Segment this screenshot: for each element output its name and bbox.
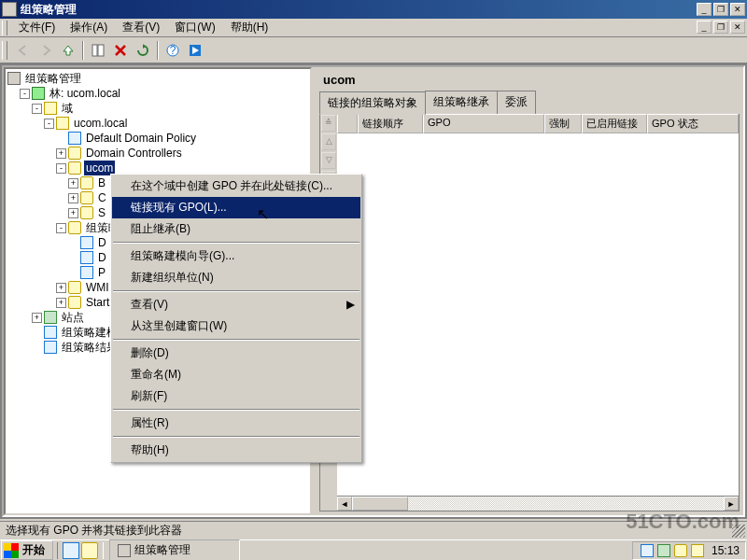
forward-button[interactable] xyxy=(35,40,56,61)
resize-grip[interactable] xyxy=(732,525,745,538)
ctx-rename[interactable]: 重命名(M) xyxy=(112,364,360,385)
move-top-button[interactable]: ≙ xyxy=(321,115,336,132)
forest-icon xyxy=(32,87,45,100)
expand-icon[interactable]: + xyxy=(32,313,42,323)
ctx-delete[interactable]: 删除(D) xyxy=(112,343,360,364)
scroll-left-button[interactable]: ◄ xyxy=(337,497,352,511)
help-button[interactable]: ? xyxy=(162,40,183,61)
tree-root[interactable]: 组策略管理 xyxy=(23,71,83,86)
delete-button[interactable] xyxy=(110,40,131,61)
expand-icon[interactable]: + xyxy=(56,298,66,308)
tab-inheritance[interactable]: 组策略继承 xyxy=(425,91,498,114)
detail-pane: ucom 链接的组策略对象 组策略继承 委派 ≙ △ ▽ ≚ 链接顺序 GPO xyxy=(316,67,743,515)
tree-s[interactable]: S xyxy=(96,205,107,220)
run-button[interactable] xyxy=(185,40,205,61)
mdi-restore-button[interactable]: ❐ xyxy=(713,21,728,34)
ctx-properties[interactable]: 属性(R) xyxy=(112,413,360,434)
menu-action[interactable]: 操作(A) xyxy=(63,18,115,37)
collapse-icon[interactable]: - xyxy=(44,119,54,129)
ctx-view-label: 查看(V) xyxy=(131,298,168,311)
menu-view[interactable]: 查看(V) xyxy=(115,18,167,37)
ctx-refresh[interactable]: 刷新(F) xyxy=(112,385,360,407)
expand-icon[interactable]: + xyxy=(68,178,78,189)
up-button[interactable] xyxy=(58,40,78,61)
expand-icon[interactable]: + xyxy=(68,208,78,218)
mdi-close-button[interactable]: ✕ xyxy=(730,21,745,34)
expand-icon[interactable]: + xyxy=(68,193,78,203)
window-title: 组策略管理 xyxy=(21,2,695,18)
tree-c[interactable]: C xyxy=(96,190,108,205)
clock[interactable]: 15:13 xyxy=(712,544,740,557)
ql-ie-icon[interactable] xyxy=(63,542,79,559)
horizontal-scrollbar[interactable]: ◄ ► xyxy=(337,496,739,511)
col-enabled[interactable]: 已启用链接 xyxy=(582,114,647,133)
scroll-thumb[interactable] xyxy=(352,497,408,511)
move-up-button[interactable]: △ xyxy=(321,133,336,150)
tree-d2[interactable]: D xyxy=(96,250,108,265)
ql-desktop-icon[interactable] xyxy=(81,542,98,559)
menu-window[interactable]: 窗口(W) xyxy=(167,18,222,37)
tray-security-icon[interactable] xyxy=(641,544,654,557)
tree-p[interactable]: P xyxy=(96,265,107,280)
ctx-help[interactable]: 帮助(H) xyxy=(112,440,360,461)
tree-d1[interactable]: D xyxy=(96,235,108,250)
tab-strip: 链接的组策略对象 组策略继承 委派 xyxy=(319,91,740,115)
start-button[interactable]: 开始 xyxy=(1,540,53,560)
maximize-button[interactable]: ❐ xyxy=(713,3,728,16)
collapse-icon[interactable]: - xyxy=(56,223,66,233)
ctx-create-gpo[interactable]: 在这个域中创建 GPO 并在此处链接(C)... xyxy=(112,175,360,197)
close-button[interactable]: ✕ xyxy=(730,3,745,16)
collapse-icon[interactable]: - xyxy=(32,104,42,114)
column-headers: 链接顺序 GPO 强制 已启用链接 GPO 状态 xyxy=(337,114,739,133)
menu-file[interactable]: 文件(F) xyxy=(11,18,63,37)
domain-icon xyxy=(56,117,69,130)
col-icon[interactable] xyxy=(337,114,358,133)
menu-help[interactable]: 帮助(H) xyxy=(223,18,276,37)
minimize-button[interactable]: _ xyxy=(697,3,712,16)
col-status[interactable]: GPO 状态 xyxy=(647,114,739,133)
ou-icon xyxy=(80,176,93,189)
tree-forest[interactable]: 林: ucom.local xyxy=(48,86,122,101)
back-button[interactable] xyxy=(13,40,34,61)
menubar-handle[interactable] xyxy=(2,21,7,35)
tab-linked-gpo[interactable]: 链接的组策略对象 xyxy=(319,91,426,115)
collapse-icon[interactable]: - xyxy=(20,89,30,99)
tray-volume-icon[interactable] xyxy=(674,544,687,557)
tree-dc[interactable]: Domain Controllers xyxy=(84,146,184,161)
refresh-button[interactable] xyxy=(133,40,153,61)
ctx-block-inheritance[interactable]: 阻止继承(B) xyxy=(112,218,360,240)
tree-domains[interactable]: 域 xyxy=(60,101,75,116)
ctx-new-ou[interactable]: 新建组织单位(N) xyxy=(112,267,360,288)
mdi-minimize-button[interactable]: _ xyxy=(697,21,712,34)
expand-icon[interactable]: + xyxy=(56,148,66,159)
tab-delegation[interactable]: 委派 xyxy=(497,91,536,114)
tree-wmi[interactable]: WMI xyxy=(84,280,111,295)
tree-b[interactable]: B xyxy=(96,175,107,190)
status-bar: 选择现有 GPO 并将其链接到此容器 xyxy=(0,521,747,539)
tree-domain[interactable]: ucom.local xyxy=(72,116,129,131)
tree-sites[interactable]: 站点 xyxy=(60,310,86,325)
tray-ime-icon[interactable] xyxy=(691,544,704,557)
scroll-right-button[interactable]: ► xyxy=(724,497,739,511)
show-hide-button[interactable] xyxy=(88,40,108,61)
tree-start[interactable]: Start xyxy=(84,295,111,310)
toolbar-handle[interactable] xyxy=(2,41,7,60)
scroll-track[interactable] xyxy=(352,497,724,511)
detail-heading: ucom xyxy=(319,71,740,89)
ctx-view[interactable]: 查看(V)▶ xyxy=(112,294,360,315)
col-gpo[interactable]: GPO xyxy=(423,114,544,133)
task-gpmc[interactable]: 组策略管理 xyxy=(109,539,240,560)
col-order[interactable]: 链接顺序 xyxy=(358,114,423,133)
ctx-new-window[interactable]: 从这里创建窗口(W) xyxy=(112,315,360,337)
expand-icon[interactable]: + xyxy=(56,283,66,293)
col-enforce[interactable]: 强制 xyxy=(544,114,582,133)
ctx-link-gpo[interactable]: 链接现有 GPO(L)... xyxy=(112,197,360,218)
menu-separator xyxy=(113,242,359,244)
ctx-modeling-wizard[interactable]: 组策略建模向导(G)... xyxy=(112,245,360,267)
collapse-icon[interactable]: - xyxy=(56,163,66,174)
policy-icon xyxy=(68,132,81,145)
tree-ddp[interactable]: Default Domain Policy xyxy=(84,131,198,146)
move-down-button[interactable]: ▽ xyxy=(321,152,336,169)
list-body[interactable] xyxy=(337,133,739,496)
tray-network-icon[interactable] xyxy=(657,544,670,557)
